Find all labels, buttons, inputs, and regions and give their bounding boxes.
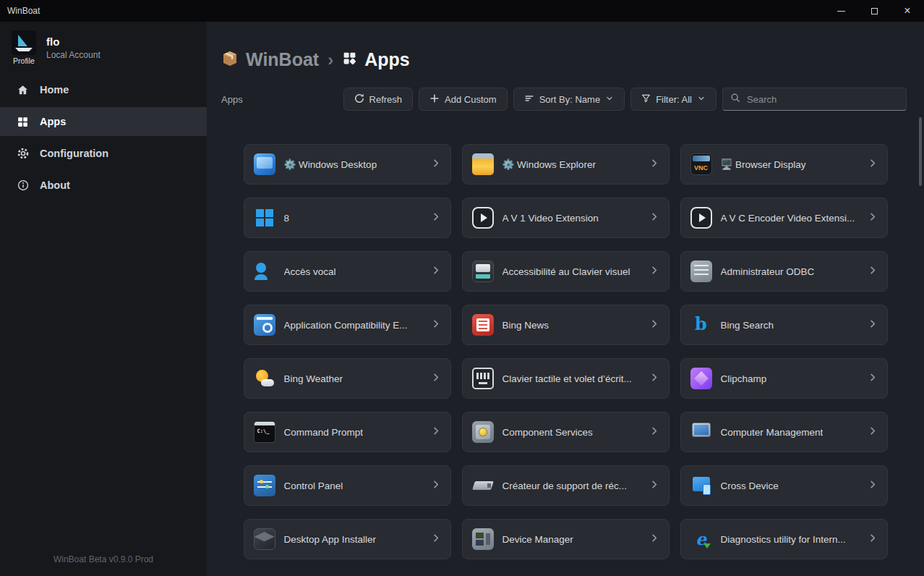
app-card[interactable]: 🖥️ Browser Display (680, 144, 888, 185)
app-card[interactable]: Clipchamp (680, 358, 888, 399)
chevron-right-icon (868, 425, 878, 439)
search-input[interactable] (745, 93, 899, 106)
app-card[interactable]: ⚙️ Windows Desktop (244, 144, 451, 185)
breadcrumb: WinBoat › Apps (221, 49, 924, 70)
page-title: Apps (364, 49, 410, 70)
close-button[interactable] (891, 0, 924, 22)
chevron-right-icon (868, 318, 878, 332)
app-icon (690, 261, 712, 282)
app-label: 🖥️ Browser Display (721, 158, 806, 170)
toolbar-actions: Refresh Add Custom Sort By: Name (343, 88, 907, 111)
app-card[interactable]: Computer Management (680, 412, 888, 452)
filter-label: Filter: All (656, 94, 692, 105)
profile-section[interactable]: Profile flo Local Account (0, 22, 207, 69)
titlebar: WinBoat (0, 0, 924, 22)
chevron-right-icon (868, 479, 878, 493)
app-card[interactable]: Desktop App Installer (244, 519, 451, 559)
app-label: Component Services (502, 427, 593, 438)
app-label: Desktop App Installer (284, 534, 377, 545)
window-controls (824, 0, 924, 22)
maximize-button[interactable] (857, 0, 891, 22)
filter-icon (641, 93, 651, 105)
refresh-button[interactable]: Refresh (343, 88, 414, 111)
app-label: Clavier tactile et volet d’écrit... (502, 373, 632, 384)
search-icon (730, 93, 740, 106)
avatar-caption: Profile (13, 56, 35, 65)
app-icon (254, 261, 275, 282)
app-icon (472, 207, 494, 229)
app-card[interactable]: Component Services (462, 412, 670, 452)
chevron-right-icon (431, 211, 442, 225)
app-icon (472, 421, 494, 443)
app-label: 8 (284, 213, 290, 224)
app-card[interactable]: Device Manager (462, 519, 670, 559)
chevron-right-icon (649, 211, 660, 225)
app-icon (690, 475, 712, 496)
app-shell: Profile flo Local Account Home Apps (0, 22, 924, 576)
app-label: Device Manager (502, 534, 573, 545)
app-card[interactable]: Bing Search (680, 305, 888, 345)
app-card[interactable]: Clavier tactile et volet d’écrit... (462, 358, 670, 399)
app-card[interactable]: ⚙️ Windows Explorer (462, 144, 670, 185)
chevron-right-icon (431, 479, 442, 493)
sidebar-nav: Home Apps Configuration About (0, 75, 207, 200)
add-custom-button[interactable]: Add Custom (419, 88, 508, 111)
app-icon (472, 368, 494, 389)
breadcrumb-root[interactable]: WinBoat (246, 49, 319, 70)
app-icon (254, 153, 275, 175)
avatar (12, 30, 36, 55)
app-card[interactable]: Control Panel (244, 465, 451, 506)
app-card[interactable]: Application Compatibility E... (244, 305, 451, 345)
add-custom-label: Add Custom (445, 94, 497, 105)
info-icon (16, 179, 30, 192)
app-label: Bing News (502, 320, 549, 331)
chevron-right-icon (431, 533, 442, 546)
toolbar: Apps Refresh Add Custom (221, 88, 907, 111)
minimize-button[interactable] (824, 0, 857, 22)
app-card[interactable]: Accessibilité au Clavier visuel (462, 251, 670, 292)
app-card[interactable]: Créateur de support de réc... (462, 465, 670, 506)
maximize-icon (871, 8, 878, 14)
app-icon (690, 421, 712, 443)
app-card[interactable]: A V 1 Video Extension (462, 198, 670, 238)
app-label: Administrateur ODBC (721, 266, 815, 277)
chevron-down-icon (697, 94, 706, 105)
app-icon (472, 314, 494, 336)
app-icon (690, 153, 712, 175)
sidebar-item-home[interactable]: Home (0, 75, 207, 104)
filter-dropdown[interactable]: Filter: All (630, 88, 716, 111)
version-footer: WinBoat Beta v0.9.0 Prod (0, 543, 207, 576)
app-icon (254, 421, 275, 443)
app-card[interactable]: A V C Encoder Video Extensi... (680, 198, 888, 238)
app-card[interactable]: Bing News (462, 305, 670, 345)
home-icon (16, 84, 30, 96)
apps-grid: ⚙️ Windows Desktop ⚙️ Windows Explorer 🖥… (244, 144, 888, 559)
sidebar-item-about[interactable]: About (0, 171, 207, 200)
app-card[interactable]: Cross Device (680, 465, 888, 506)
chevron-right-icon (431, 372, 442, 386)
main-content: WinBoat › Apps Apps Refresh (207, 22, 924, 576)
app-card[interactable]: Accès vocal (244, 251, 451, 292)
chevron-right-icon (649, 479, 660, 493)
app-card[interactable]: Diagnostics utility for Intern... (680, 519, 888, 559)
app-card[interactable]: Bing Weather (244, 358, 451, 399)
app-card[interactable]: 8 (244, 198, 451, 238)
app-card[interactable]: Administrateur ODBC (680, 251, 888, 292)
chevron-right-icon (649, 425, 660, 439)
app-icon (690, 528, 712, 550)
sidebar-item-configuration[interactable]: Configuration (0, 139, 207, 168)
app-label: Accès vocal (284, 266, 336, 277)
sidebar-item-apps[interactable]: Apps (0, 107, 207, 136)
refresh-icon (354, 93, 364, 106)
sort-dropdown[interactable]: Sort By: Name (513, 88, 625, 111)
app-label: Application Compatibility E... (284, 320, 408, 331)
app-icon (254, 207, 275, 229)
plus-icon (429, 93, 440, 106)
app-icon (690, 207, 712, 229)
chevron-right-icon (431, 318, 442, 332)
scrollbar-thumb[interactable] (919, 117, 922, 186)
sort-icon (524, 93, 534, 106)
app-card[interactable]: Command Prompt (244, 412, 451, 452)
app-label: ⚙️ Windows Desktop (284, 158, 377, 170)
sidebar-item-label: Home (40, 84, 69, 96)
